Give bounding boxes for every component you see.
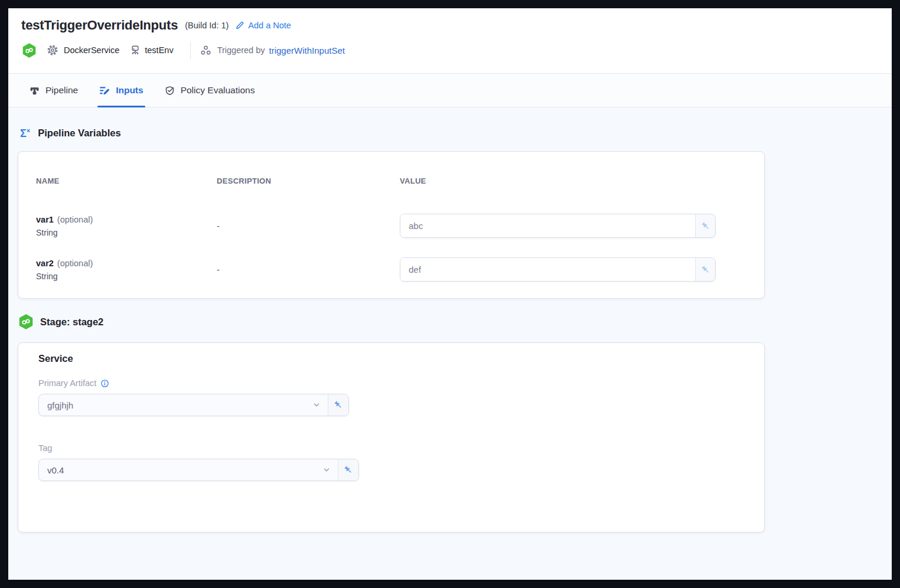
variable-name-cell: var2(optional) String bbox=[36, 258, 217, 281]
service-name: DockerService bbox=[64, 45, 119, 55]
add-note-link[interactable]: Add a Note bbox=[235, 21, 291, 30]
variable-name-cell: var1(optional) String bbox=[36, 214, 217, 237]
tab-label: Pipeline bbox=[45, 85, 78, 96]
primary-artifact-select[interactable]: gfgjhjh bbox=[39, 394, 328, 416]
stage-title: Stage: stage2 bbox=[40, 316, 103, 328]
variables-table-header: NAME DESCRIPTION VALUE bbox=[18, 152, 764, 185]
inputs-icon bbox=[99, 86, 110, 96]
tab-bar: Pipeline Inputs Policy Evaluations bbox=[8, 73, 892, 107]
variable-qualifier: (optional) bbox=[57, 259, 93, 268]
chevron-down-icon bbox=[312, 401, 321, 409]
variable-name: var2 bbox=[36, 259, 54, 268]
variable-value-cell bbox=[400, 214, 746, 238]
pencil-icon bbox=[235, 21, 244, 30]
environment-name: testEnv bbox=[145, 45, 173, 55]
info-icon[interactable] bbox=[100, 379, 109, 388]
page-title: testTriggerOverrideInputs bbox=[21, 18, 178, 33]
build-id: (Build Id: 1) bbox=[185, 21, 229, 30]
tab-inputs[interactable]: Inputs bbox=[99, 74, 144, 107]
service-card: Service Primary Artifact gfgjhjh bbox=[18, 342, 765, 533]
harness-cd-icon bbox=[19, 314, 33, 329]
variable-description: - bbox=[217, 221, 400, 231]
pin-icon bbox=[701, 265, 710, 275]
sigma-icon: Σ× bbox=[20, 128, 30, 139]
pin-icon bbox=[334, 400, 343, 410]
inputs-panel: Σ× Pipeline Variables NAME DESCRIPTION V… bbox=[8, 107, 892, 580]
pin-button[interactable] bbox=[338, 459, 358, 481]
pin-button[interactable] bbox=[696, 214, 715, 237]
variable-type: String bbox=[36, 272, 217, 281]
pin-button[interactable] bbox=[696, 258, 715, 281]
trigger-icon bbox=[200, 45, 211, 56]
tab-policy-evaluations[interactable]: Policy Evaluations bbox=[165, 74, 255, 107]
tab-label: Policy Evaluations bbox=[181, 85, 255, 96]
tab-pipeline[interactable]: Pipeline bbox=[30, 74, 78, 107]
variable-value-input[interactable] bbox=[400, 214, 696, 237]
shield-check-icon bbox=[165, 86, 175, 96]
selected-value: v0.4 bbox=[47, 465, 64, 475]
stage-heading: Stage: stage2 bbox=[19, 314, 892, 329]
selected-value: gfgjhjh bbox=[47, 400, 73, 410]
tab-label: Inputs bbox=[116, 85, 144, 96]
tag-label: Tag bbox=[38, 443, 764, 453]
field-label-text: Tag bbox=[38, 443, 52, 453]
variable-type: String bbox=[36, 228, 217, 237]
execution-header: testTriggerOverrideInputs (Build Id: 1) … bbox=[8, 8, 892, 73]
column-header-value: VALUE bbox=[400, 177, 746, 185]
add-note-label: Add a Note bbox=[248, 21, 291, 30]
pipeline-icon bbox=[30, 86, 40, 96]
tag-select-group: v0.4 bbox=[38, 459, 359, 481]
tag-select[interactable]: v0.4 bbox=[39, 459, 338, 481]
table-row: var2(optional) String - bbox=[18, 257, 764, 282]
chevron-down-icon bbox=[322, 466, 331, 474]
triggered-by-label: Triggered by bbox=[217, 45, 265, 55]
service-card-title: Service bbox=[38, 353, 764, 364]
field-label-text: Primary Artifact bbox=[38, 378, 96, 388]
title-row: testTriggerOverrideInputs (Build Id: 1) … bbox=[21, 18, 875, 33]
variable-value-cell bbox=[400, 257, 746, 282]
variable-name: var1 bbox=[36, 215, 54, 224]
primary-artifact-select-group: gfgjhjh bbox=[38, 394, 349, 416]
variable-description: - bbox=[217, 265, 400, 275]
divider bbox=[190, 41, 191, 59]
pin-icon bbox=[344, 465, 353, 475]
table-row: var1(optional) String - bbox=[18, 214, 764, 238]
execution-meta: DockerService testEnv bbox=[21, 41, 875, 59]
variable-qualifier: (optional) bbox=[57, 215, 93, 224]
pin-button[interactable] bbox=[328, 394, 348, 416]
pipeline-variables-heading: Σ× Pipeline Variables bbox=[20, 128, 892, 139]
gear-icon bbox=[47, 44, 58, 56]
harness-cd-icon bbox=[22, 43, 36, 58]
value-input-group bbox=[400, 257, 716, 282]
app-window: testTriggerOverrideInputs (Build Id: 1) … bbox=[8, 8, 892, 580]
value-input-group bbox=[400, 214, 716, 238]
environment-icon bbox=[130, 45, 141, 55]
trigger-name-link[interactable]: triggerWithInputSet bbox=[269, 45, 345, 55]
column-header-description: DESCRIPTION bbox=[217, 177, 400, 185]
pipeline-variables-card: NAME DESCRIPTION VALUE var1(optional) St… bbox=[18, 151, 765, 299]
pin-icon bbox=[701, 221, 710, 231]
column-header-name: NAME bbox=[36, 177, 217, 185]
section-title: Pipeline Variables bbox=[38, 128, 120, 139]
variable-value-input[interactable] bbox=[400, 258, 696, 281]
primary-artifact-label: Primary Artifact bbox=[38, 378, 764, 388]
